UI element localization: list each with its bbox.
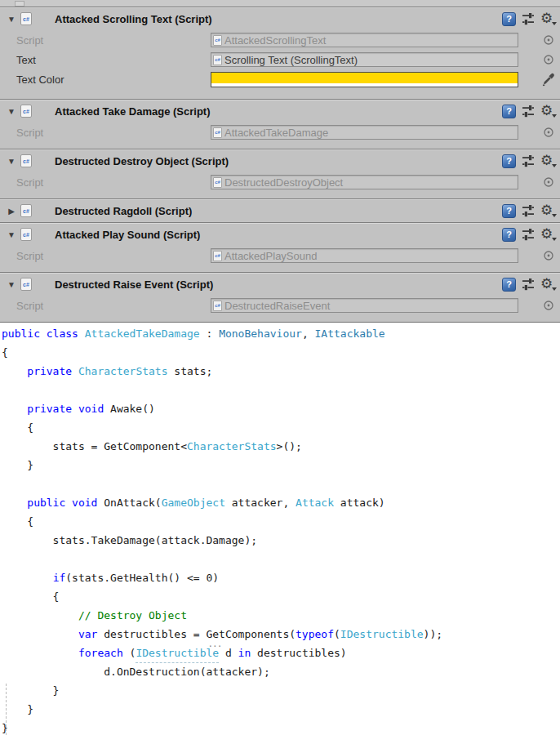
csharp-badge: c# xyxy=(23,109,29,114)
help-icon[interactable]: ? xyxy=(502,228,516,242)
code-token: IDestructible xyxy=(136,644,219,663)
code-token: private void xyxy=(27,399,110,418)
gear-icon[interactable]: ⚙ xyxy=(540,227,556,242)
code-token: CharacterStats xyxy=(187,437,277,456)
code-token: OnAttack( xyxy=(104,493,161,512)
code-token: AttackedTakeDamage xyxy=(85,324,200,343)
code-token: private xyxy=(27,362,78,381)
code-token: { xyxy=(2,418,33,437)
code-line: d.OnDestruction(attacker); xyxy=(2,662,560,681)
code-token: destructibles) xyxy=(251,644,346,662)
code-token xyxy=(2,362,27,381)
preset-icon[interactable] xyxy=(522,154,535,167)
code-token xyxy=(2,568,53,587)
component-header[interactable]: ▼c#Destructed Raise Event (Script)?⚙ xyxy=(0,273,560,296)
property-label: Script xyxy=(0,34,211,47)
gear-icon[interactable]: ⚙ xyxy=(540,154,556,168)
component-header[interactable]: ▼c#Attacked Scrolling Text (Script)?⚙ xyxy=(0,7,560,30)
help-icon[interactable]: ? xyxy=(502,204,516,218)
help-icon[interactable]: ? xyxy=(502,154,516,168)
object-picker-icon[interactable] xyxy=(542,299,555,312)
preset-icon[interactable] xyxy=(522,228,535,241)
preset-icon[interactable] xyxy=(522,204,535,217)
color-swatch[interactable] xyxy=(211,72,518,87)
code-token: foreach xyxy=(78,644,123,662)
foldout-expanded-icon[interactable]: ▼ xyxy=(6,157,17,166)
object-picker-icon[interactable] xyxy=(542,249,555,262)
object-field-value: DestructedDestroyObject xyxy=(224,176,343,189)
gear-icon[interactable]: ⚙ xyxy=(540,203,556,218)
property-row: Scriptc#DestructedDestroyObject xyxy=(0,172,560,192)
foldout-expanded-icon[interactable]: ▼ xyxy=(6,15,17,24)
gear-icon[interactable]: ⚙ xyxy=(540,104,556,118)
code-token: typeof xyxy=(296,625,334,644)
csharp-badge: c# xyxy=(215,38,220,42)
foldout-collapsed-icon[interactable]: ▶ xyxy=(6,207,17,216)
object-picker-icon[interactable] xyxy=(542,33,555,47)
component-header[interactable]: ▼c#Attacked Take Damage (Script)?⚙ xyxy=(0,100,560,122)
code-line xyxy=(2,474,560,493)
csharp-script-icon: c# xyxy=(213,177,222,188)
component-header[interactable]: ▶c#Destructed Ragdoll (Script)?⚙ xyxy=(0,199,560,222)
property-label: Script xyxy=(0,250,211,262)
code-line xyxy=(2,550,560,568)
help-icon[interactable]: ? xyxy=(502,278,516,292)
preset-icon[interactable] xyxy=(522,105,535,118)
object-picker-icon[interactable] xyxy=(542,126,555,139)
object-field[interactable]: c#AttackedPlaySound xyxy=(211,248,518,263)
code-line: foreach (IDestructible d in destructible… xyxy=(2,644,560,662)
object-field[interactable]: c#DestructedDestroyObject xyxy=(211,175,518,189)
gear-icon[interactable]: ⚙ xyxy=(540,11,556,26)
csharp-badge: c# xyxy=(23,16,29,22)
object-field[interactable]: c#AttackedScrollingText xyxy=(211,33,518,47)
csharp-badge: c# xyxy=(215,253,220,258)
code-token: d xyxy=(219,644,238,662)
code-token: ( xyxy=(334,625,340,644)
code-line xyxy=(2,381,560,399)
preset-icon[interactable] xyxy=(522,12,535,25)
property-label: Script xyxy=(0,300,211,312)
component-2: ▼c#Attacked Take Damage (Script)?⚙Script… xyxy=(0,99,560,149)
eyedropper-icon[interactable] xyxy=(542,73,555,86)
object-field[interactable]: c#AttackedTakeDamage xyxy=(211,125,518,140)
object-picker-icon[interactable] xyxy=(542,176,555,189)
property-label: Text Color xyxy=(0,74,211,86)
component-title: Attacked Take Damage (Script) xyxy=(55,105,211,118)
foldout-expanded-icon[interactable]: ▼ xyxy=(6,230,17,239)
code-editor[interactable]: public class AttackedTakeDamage : MonoBe… xyxy=(0,323,560,735)
unity-inspector-panel: ▼c#Attacked Scrolling Text (Script)?⚙Scr… xyxy=(0,0,560,323)
csharp-script-icon: c# xyxy=(20,228,32,241)
component-header[interactable]: ▼c#Attacked Play Sound (Script)?⚙ xyxy=(0,223,560,246)
code-token xyxy=(2,493,27,512)
csharp-badge: c# xyxy=(23,158,29,164)
object-field[interactable]: c#DestructedRaiseEvent xyxy=(211,298,518,313)
foldout-expanded-icon[interactable]: ▼ xyxy=(6,280,17,289)
help-icon[interactable]: ? xyxy=(502,12,516,26)
foldout-expanded-icon[interactable]: ▼ xyxy=(6,107,17,116)
csharp-script-icon: c# xyxy=(20,105,32,118)
code-line: stats = GetComponent<CharacterStats>(); xyxy=(2,437,560,456)
component-list: ▼c#Attacked Scrolling Text (Script)?⚙Scr… xyxy=(0,7,560,322)
code-line: { xyxy=(2,587,560,606)
object-picker-icon[interactable] xyxy=(542,53,555,66)
header-icons: ?⚙ xyxy=(502,273,556,296)
code-token: GameObject xyxy=(162,493,225,512)
component-padding xyxy=(0,192,560,198)
csharp-badge: c# xyxy=(215,180,220,185)
csharp-script-icon: c# xyxy=(213,55,222,65)
code-line: // Destroy Object xyxy=(2,606,560,625)
gear-icon[interactable]: ⚙ xyxy=(540,277,556,292)
object-field-value: DestructedRaiseEvent xyxy=(224,300,330,312)
code-token: } xyxy=(2,719,8,735)
gear-glyph: ⚙ xyxy=(540,11,553,26)
code-token: public class xyxy=(2,324,85,343)
preset-icon[interactable] xyxy=(522,278,535,291)
object-field[interactable]: c#Scrolling Text (ScrollingText) xyxy=(211,52,518,67)
help-icon[interactable]: ? xyxy=(502,105,516,118)
code-token: )); xyxy=(424,625,442,644)
component-3: ▼c#Destructed Destroy Object (Script)?⚙S… xyxy=(0,149,560,198)
component-title: Attacked Scrolling Text (Script) xyxy=(55,13,212,25)
component-header[interactable]: ▼c#Destructed Destroy Object (Script)?⚙ xyxy=(0,149,560,172)
component-title: Attacked Play Sound (Script) xyxy=(55,229,200,241)
csharp-badge: c# xyxy=(23,208,29,214)
